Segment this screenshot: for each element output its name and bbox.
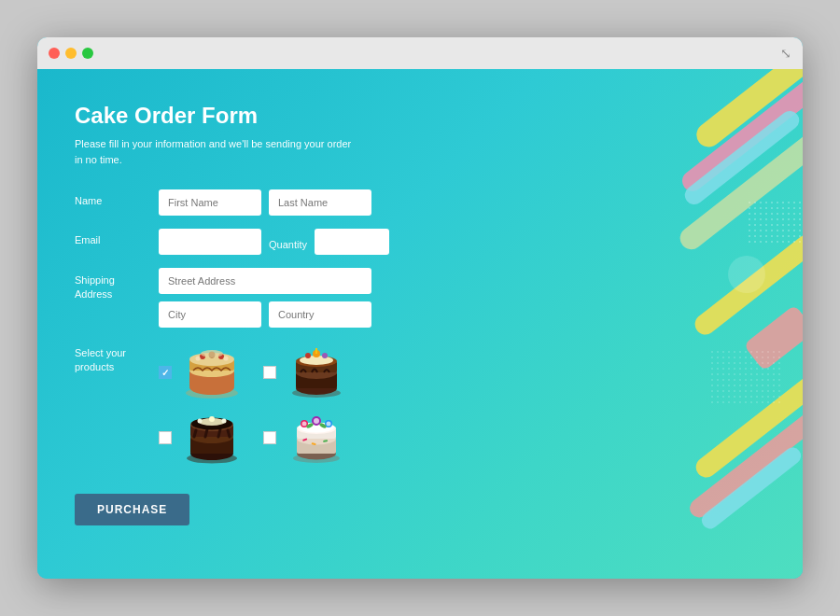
products-grid xyxy=(159,344,349,466)
city-country-fields xyxy=(159,301,507,328)
svg-point-33 xyxy=(222,419,227,424)
product-checkbox-3[interactable] xyxy=(159,431,172,444)
stripe-3 xyxy=(681,107,803,208)
shipping-label: ShippingAddress xyxy=(75,268,149,302)
svg-point-32 xyxy=(209,416,215,422)
form-area: Cake Order Form Please fill in your info… xyxy=(37,69,535,579)
city-input[interactable] xyxy=(159,301,261,328)
svg-point-11 xyxy=(224,357,229,361)
email-input[interactable] xyxy=(159,229,261,255)
stripe-5 xyxy=(691,231,803,339)
first-name-input[interactable] xyxy=(159,189,261,216)
quantity-label: Quantity xyxy=(269,233,307,250)
product-item-2 xyxy=(263,344,349,400)
shipping-row: ShippingAddress xyxy=(75,268,507,328)
form-title: Cake Order Form xyxy=(75,103,507,129)
svg-point-42 xyxy=(302,422,307,427)
deco-dots-1 xyxy=(747,200,803,246)
browser-content: Cake Order Form Please fill in your info… xyxy=(37,69,803,579)
cake-image-3 xyxy=(179,410,245,466)
name-fields xyxy=(159,189,371,216)
dot-red[interactable] xyxy=(49,48,60,59)
cake-image-4 xyxy=(284,410,349,466)
browser-dots xyxy=(49,48,93,59)
svg-rect-22 xyxy=(315,348,317,354)
country-input[interactable] xyxy=(269,301,371,328)
email-quantity-fields: Quantity xyxy=(159,229,389,255)
svg-point-31 xyxy=(198,419,203,424)
shipping-fields xyxy=(159,268,507,328)
deco-dots-2 xyxy=(709,349,784,405)
name-row: Name xyxy=(75,189,507,216)
svg-point-44 xyxy=(314,418,319,424)
svg-point-10 xyxy=(196,357,201,361)
stripe-2 xyxy=(679,69,803,195)
cake-image-1 xyxy=(179,344,245,400)
email-quantity-row: Email Quantity xyxy=(75,229,507,255)
dot-yellow[interactable] xyxy=(65,48,77,59)
cake-image-2 xyxy=(284,344,349,400)
browser-window: ⤡ Cake Order Form Please fill in your i xyxy=(37,37,803,579)
deco-container xyxy=(560,69,803,579)
product-row-1 xyxy=(159,344,245,400)
product-item-3 xyxy=(159,410,245,466)
email-label: Email xyxy=(75,229,149,245)
stripe-4 xyxy=(676,121,803,254)
stripe-9 xyxy=(698,444,803,532)
stripe-6 xyxy=(743,304,803,371)
product-row-2 xyxy=(263,344,349,400)
last-name-input[interactable] xyxy=(269,189,371,216)
product-checkbox-2[interactable] xyxy=(263,366,276,379)
product-checkbox-4[interactable] xyxy=(263,431,276,444)
expand-icon[interactable]: ⤡ xyxy=(780,46,791,61)
product-row-3 xyxy=(159,410,245,466)
street-input[interactable] xyxy=(159,268,371,294)
browser-titlebar: ⤡ xyxy=(37,37,803,69)
product-item-4 xyxy=(263,410,349,466)
product-row-4 xyxy=(263,410,349,466)
purchase-button[interactable]: PURCHASE xyxy=(75,494,189,525)
form-subtitle: Please fill in your information and we'l… xyxy=(75,136,355,167)
stripe-7 xyxy=(692,368,803,482)
quantity-input[interactable] xyxy=(315,229,389,255)
svg-point-19 xyxy=(305,353,311,358)
name-label: Name xyxy=(75,189,149,206)
stripe-8 xyxy=(686,392,803,522)
dot-green[interactable] xyxy=(82,48,93,59)
stripe-1 xyxy=(692,69,803,152)
products-row: Select yourproducts xyxy=(75,341,507,466)
svg-point-21 xyxy=(322,353,328,358)
products-label: Select yourproducts xyxy=(75,341,149,375)
deco-circle xyxy=(728,256,765,293)
svg-point-46 xyxy=(327,422,331,427)
product-item-1 xyxy=(159,344,245,400)
svg-point-9 xyxy=(201,350,223,357)
product-checkbox-1[interactable] xyxy=(159,366,172,379)
